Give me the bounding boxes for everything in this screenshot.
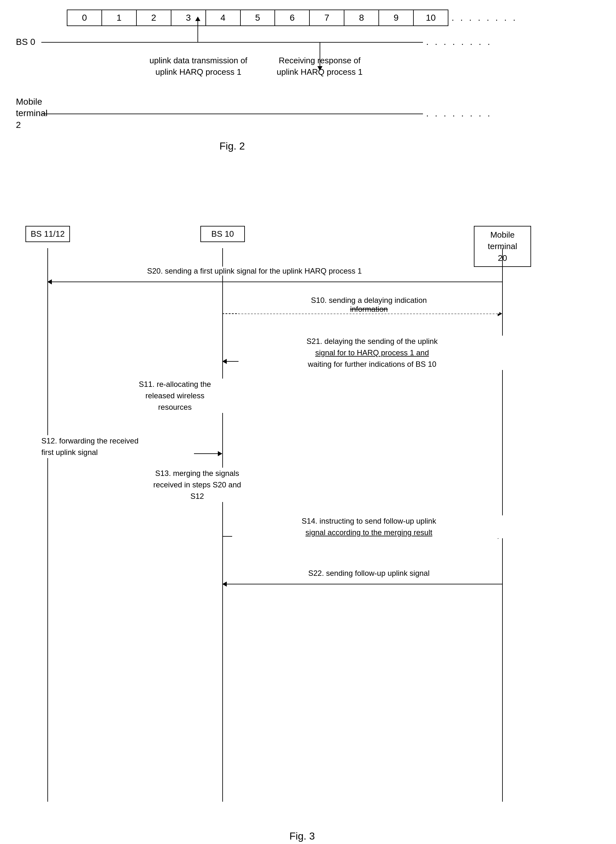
timeline-cell-8: 8 [345, 10, 379, 25]
timeline-dots: . . . . . . . . [452, 13, 518, 23]
timeline-cell-10: 10 [414, 10, 448, 25]
s22-line [227, 584, 502, 584]
s14-label: S14. instructing to send follow-up uplin… [232, 515, 506, 538]
uplink-label: uplink data transmission of uplink HARQ … [150, 55, 248, 78]
arrow-up-col4 [195, 16, 200, 42]
timeline-cell-6: 6 [275, 10, 310, 25]
mt-dots: . . . . . . . . [426, 109, 492, 119]
timeline-cell-9: 9 [379, 10, 414, 25]
timeline-grid: 0 1 2 3 4 5 6 7 8 9 10 [67, 10, 449, 26]
timeline-cell-3: 3 [172, 10, 206, 25]
timeline-cell-4: 4 [206, 10, 241, 25]
s20-line [52, 282, 502, 282]
fig2-diagram: 0 1 2 3 4 5 6 7 8 9 10 . . . . . . . . B… [16, 10, 588, 152]
s12-arrowhead [218, 451, 222, 456]
s21-label: S21. delaying the sending of the uplink … [239, 336, 506, 370]
mt-label: Mobile terminal 2 [16, 96, 41, 131]
mt-line-area [41, 104, 423, 123]
seq-diagram: BS 11/12 BS 10 Mobile terminal 20 S20. s… [16, 216, 557, 821]
s13-label: S13. merging the signals received in ste… [137, 468, 258, 502]
lifeline-bs1112 [47, 248, 48, 802]
timeline-cell-5: 5 [241, 10, 276, 25]
s12-label: S12. forwarding the received first uplin… [41, 435, 194, 458]
s20-label: S20. sending a first uplink signal for t… [79, 267, 429, 276]
s22-label: S22. sending follow-up uplink signal [239, 569, 499, 578]
bs0-label: BS 0 [16, 37, 41, 47]
timeline-cell-1: 1 [102, 10, 137, 25]
entity-bs1112: BS 11/12 [25, 226, 70, 242]
bs0-dots: . . . . . . . . [426, 37, 492, 47]
lifeline-bs10 [222, 248, 223, 802]
s21-arrowhead [222, 359, 227, 364]
s22-arrow [222, 581, 502, 587]
timeline-cell-7: 7 [310, 10, 345, 25]
fig3-diagram: BS 11/12 BS 10 Mobile terminal 20 S20. s… [16, 216, 588, 842]
receiving-label: Receiving response of uplink HARQ proces… [277, 55, 362, 78]
s20-arrow [47, 279, 502, 285]
mt-horizontal-line [41, 114, 423, 114]
s20-arrowhead [47, 279, 52, 285]
s22-arrowhead [222, 581, 227, 587]
s10-label: S10. sending a delaying indication infor… [239, 296, 499, 314]
s11-label: S11. re-allocating the released wireless… [124, 379, 226, 413]
bs0-line-area [41, 32, 423, 51]
timeline-cell-0: 0 [67, 10, 102, 25]
timeline-cell-2: 2 [137, 10, 172, 25]
fig2-caption: Fig. 2 [41, 140, 423, 152]
arrow-head-up [195, 16, 200, 21]
arrow-shaft-up [198, 21, 198, 42]
entity-bs10: BS 10 [200, 226, 245, 242]
bs0-horizontal-line [41, 42, 423, 43]
fig2-label-area: uplink data transmission of uplink HARQ … [41, 51, 423, 96]
fig3-caption: Fig. 3 [16, 830, 588, 842]
mt-row: Mobile terminal 2 . . . . . . . . [16, 96, 588, 131]
bs0-row: BS 0 . . . . . . . . [16, 32, 588, 51]
